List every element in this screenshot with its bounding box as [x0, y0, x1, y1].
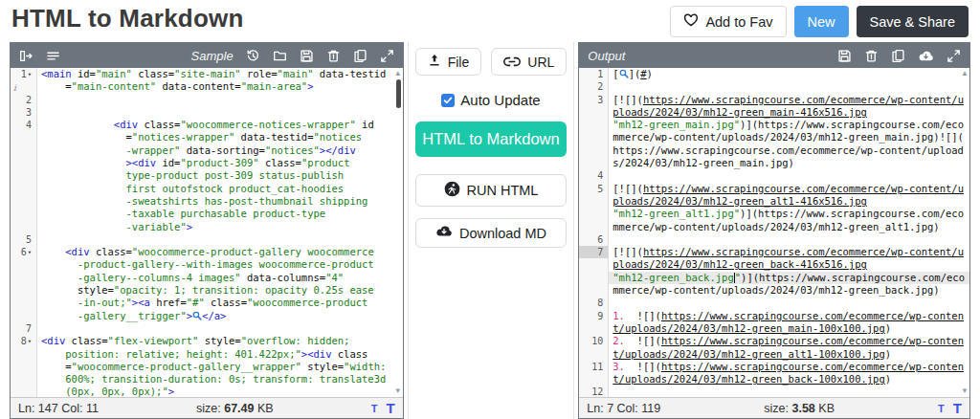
convert-button[interactable]: HTML to Markdown	[415, 121, 567, 157]
gutter-line-number	[11, 297, 37, 309]
gutter-line-number	[11, 183, 37, 195]
gutter-line-number: 6▾	[11, 246, 37, 258]
checkbox-check-icon[interactable]	[441, 94, 455, 107]
html-editor-statusbar: Ln: 147 Col: 11 size: 67.49 KB T T	[11, 397, 403, 418]
gutter-line-number	[579, 195, 609, 208]
code-text: <div class="woocommerce-product-gallery …	[37, 246, 403, 258]
gutter-line-number: 10	[579, 335, 609, 347]
code-text: -sweatshirts has-post-thumbnail shipping	[37, 195, 403, 208]
new-button[interactable]: New	[794, 6, 849, 37]
code-row: 600%; transition-duration: 0s; transform…	[11, 373, 403, 386]
code-text: first outofstock product_cat-hoodies	[37, 183, 403, 195]
code-text: <main id="main" class="site-main" role="…	[37, 68, 403, 80]
code-row: 113. ![](https://www.scrapingcourse.com/…	[579, 361, 969, 373]
font-decrease-button[interactable]: T	[371, 403, 378, 414]
copy-icon[interactable]	[891, 49, 905, 63]
gutter-line-number	[579, 272, 609, 284]
code-row: -in-out;"><a href="#" class="woocommerce…	[11, 297, 403, 309]
menu-icon[interactable]	[46, 49, 60, 63]
code-row: 7	[11, 322, 403, 335]
download-md-button[interactable]: Download MD	[415, 218, 567, 248]
code-text	[609, 386, 969, 397]
main-area: Sample i ▲ ▼ 1▾<main id="main" class="si…	[0, 42, 980, 419]
indent-icon[interactable]	[19, 49, 33, 63]
code-text	[37, 106, 403, 119]
html-editor-panel: Sample i ▲ ▼ 1▾<main id="main" class="si…	[10, 42, 404, 419]
expand-icon[interactable]	[947, 49, 961, 63]
code-row: t/uploads/2024/03/mh12-green_main-100x10…	[579, 322, 969, 335]
scroll-up-icon[interactable]: ▲	[961, 70, 969, 77]
code-row: https://www.scrapingcourse.com/ecommerce…	[579, 144, 969, 157]
auto-update-toggle[interactable]: Auto Update	[441, 92, 540, 108]
code-row: 3[![](https://www.scrapingcourse.com/eco…	[579, 94, 969, 106]
history-icon[interactable]	[246, 49, 260, 63]
scroll-up-icon[interactable]: ▲	[394, 70, 402, 77]
gutter-line-number: 5	[11, 233, 37, 246]
code-row: 8▾<div class="flex-viewport" style="over…	[11, 335, 403, 347]
add-to-fav-button[interactable]: Add to Fav	[670, 6, 786, 37]
copy-icon[interactable]	[353, 49, 368, 63]
page-title: HTML to Markdown	[11, 4, 243, 33]
folder-icon[interactable]	[273, 49, 287, 63]
code-text	[609, 80, 969, 93]
gutter-line-number: 8	[579, 297, 609, 309]
magnifier-icon	[619, 68, 629, 79]
font-decrease-button[interactable]: T	[938, 403, 945, 414]
code-row: 12	[579, 386, 969, 397]
gutter-line-number	[11, 373, 37, 386]
code-text: t/uploads/2024/03/mh12-green_main-100x10…	[609, 322, 969, 335]
code-text	[37, 322, 403, 335]
scrollbar-thumb[interactable]	[396, 79, 401, 108]
code-row: -product-gallery--with-images woocommerc…	[11, 258, 403, 271]
gutter-line-number	[11, 386, 37, 397]
magnifier-icon	[192, 310, 202, 321]
output-label: Output	[588, 49, 625, 63]
code-text: https://www.scrapingcourse.com/ecommerce…	[609, 144, 969, 157]
gutter-line-number: 6	[579, 233, 609, 246]
code-text: <div class="woocommerce-notices-wrapper"…	[37, 119, 403, 131]
code-row: ploads/2024/03/mh12-green_alt1-416x516.j…	[579, 195, 969, 208]
markdown-output-editor[interactable]: ▲ ▼ 1[](#)2 3[![](https://www.scrapingco…	[579, 68, 969, 397]
code-row: -variable">	[11, 221, 403, 233]
save-icon[interactable]	[300, 49, 314, 63]
code-text: ="woocommerce-product-gallery__wrapper" …	[37, 361, 403, 373]
code-text: 1. ![](https://www.scrapingcourse.com/ec…	[609, 310, 969, 322]
scroll-down-icon[interactable]: ▼	[961, 387, 969, 395]
gutter-line-number	[579, 284, 609, 297]
font-increase-button[interactable]: T	[953, 400, 962, 416]
gutter-line-number	[11, 157, 37, 169]
code-text: mmerce/wp-content/uploads/2024/03/mh12-g…	[609, 284, 969, 297]
code-row: type-product post-309 status-publish	[11, 169, 403, 182]
code-row: t/uploads/2024/03/mh12-green_back-100x10…	[579, 373, 969, 386]
code-text: t/uploads/2024/03/mh12-green_alt1-100x10…	[609, 348, 969, 361]
gutter-line-number	[11, 169, 37, 182]
expand-icon[interactable]	[380, 49, 394, 63]
gutter-line-number: 12	[579, 386, 609, 397]
file-size: size: 3.58 KB	[764, 402, 835, 415]
font-increase-button[interactable]: T	[387, 400, 395, 416]
save-icon[interactable]	[837, 49, 852, 63]
code-text: mmerce/wp-content/uploads/2024/03/mh12-g…	[609, 131, 969, 143]
save-share-button[interactable]: Save & Share	[857, 6, 969, 37]
run-html-button[interactable]: RUN HTML	[415, 174, 567, 207]
markdown-output-panel: Output ▲ ▼ 1[](#)2 3[![](https://www.scr…	[578, 42, 970, 419]
code-row: first outofstock product_cat-hoodies	[11, 183, 403, 195]
html-editor[interactable]: i ▲ ▼ 1▾<main id="main" class="site-main…	[11, 68, 403, 397]
code-row: 6	[579, 233, 969, 246]
gutter-line-number: 1▾	[11, 68, 37, 80]
trash-icon[interactable]	[864, 49, 879, 63]
cloud-download-icon[interactable]	[918, 49, 934, 63]
scroll-down-icon[interactable]: ▼	[394, 387, 402, 395]
code-text	[37, 233, 403, 246]
gutter-line-number	[579, 144, 609, 157]
file-button[interactable]: File	[415, 48, 482, 76]
url-button[interactable]: URL	[491, 48, 567, 76]
html-editor-toolbar: Sample	[11, 43, 403, 68]
code-row: -gallery__trigger"></a>	[11, 310, 403, 322]
info-marker-icon: i	[13, 83, 16, 93]
gutter-line-number	[11, 144, 37, 157]
auto-update-label: Auto Update	[460, 92, 540, 108]
code-text	[609, 297, 969, 309]
code-row: (0px, 0px, 0px);">	[11, 386, 403, 397]
trash-icon[interactable]	[326, 49, 341, 63]
